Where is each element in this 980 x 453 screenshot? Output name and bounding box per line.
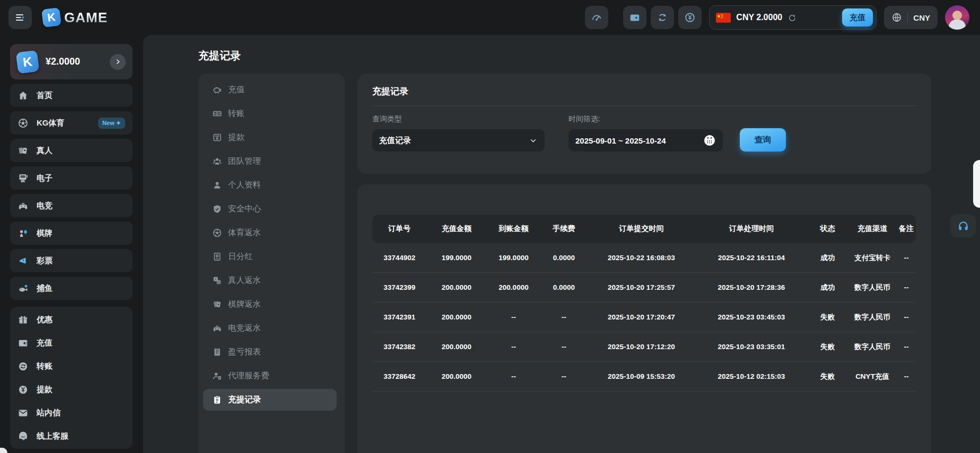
panels: 充提记录 查询类型 充值记录	[357, 74, 931, 453]
nav-item-label: 彩票	[37, 256, 52, 266]
table-cell: 200.0000	[427, 283, 487, 291]
sidebar-item-slot[interactable]: 电子	[10, 166, 133, 190]
table-cell: 2025-10-12 02:15:03	[696, 372, 807, 380]
transfer-icon	[657, 12, 668, 23]
deposit-quick-button[interactable]	[623, 6, 646, 29]
withdraw-icon	[18, 384, 29, 395]
sidebar-item-esports[interactable]: 电竞	[10, 194, 133, 217]
subnav-item-dice[interactable]: 真人返水	[203, 270, 337, 291]
subnav-item-dividend[interactable]: 日分红	[203, 246, 337, 268]
table-cell: 199.0000	[486, 254, 541, 262]
nav-item-label: 棋牌	[37, 228, 52, 238]
support-fab-button[interactable]	[950, 214, 976, 237]
subnav-item-piggy-bank[interactable]: 充值	[203, 79, 337, 101]
nav-item-label: 优惠	[37, 315, 52, 325]
clipboard-icon	[212, 395, 222, 405]
filter-fields: 查询类型 充值记录 时间筛选: 2025-09-01 ~ 2	[372, 114, 916, 152]
filter-card: 充提记录 查询类型 充值记录	[357, 74, 931, 174]
sidebar-item-gift[interactable]: 优惠	[10, 308, 133, 331]
subnav-item-cards[interactable]: 棋牌返水	[203, 294, 337, 315]
kgame-logo[interactable]: K GAME	[42, 8, 108, 26]
subnav-item-esports[interactable]: 电竞返水	[203, 317, 337, 339]
gift-icon	[18, 314, 29, 325]
query-type-select[interactable]: 充值记录	[372, 129, 545, 152]
nav-item-label: 线上客服	[37, 431, 68, 441]
sidebar-balance-card[interactable]: K ¥2.0000	[10, 44, 133, 79]
currency-label: CNY	[913, 13, 930, 22]
sidebar-item-transfer[interactable]: 转账	[10, 354, 133, 378]
drawer-handle[interactable]	[973, 160, 980, 208]
balance-expand-button[interactable]	[110, 54, 126, 70]
piggy-bank-icon	[212, 85, 222, 95]
subnav-item-shield-check[interactable]: 安全中心	[203, 198, 337, 220]
table-cell: 数字人民币	[848, 313, 897, 322]
date-range-input[interactable]: 2025-09-01 ~ 2025-10-24	[568, 129, 723, 152]
content-row: 充值转账提款团队管理个人资料安全中心体育返水日分红真人返水棋牌返水电竞返水盈亏报…	[198, 74, 980, 453]
calendar-icon	[703, 134, 716, 147]
table-cell: 成功	[807, 283, 848, 292]
subnav-item-label: 代理服务费	[228, 370, 269, 381]
table-cell: 2025-10-23 03:45:03	[696, 313, 807, 321]
table-row: 33728642200.0000----2025-10-09 15:53:202…	[372, 362, 916, 392]
table-cell: 2025-10-22 16:08:03	[587, 254, 696, 262]
subnav-item-banknote[interactable]: 转账	[203, 103, 337, 125]
logo-k-icon: K	[16, 50, 40, 74]
subnav-item-agent-fee[interactable]: 代理服务费	[203, 365, 337, 387]
soccer-icon	[18, 118, 29, 129]
support-icon	[18, 431, 29, 442]
sidebar-item-chess[interactable]: 棋牌	[10, 221, 133, 245]
subnav-item-soccer[interactable]: 体育返水	[203, 222, 337, 244]
dice-icon	[212, 276, 222, 286]
currency-selector[interactable]: CNY	[884, 6, 938, 29]
sidebar: K ¥2.0000 首页KG体育New ✦真人电子电竞棋牌彩票捕鱼 优惠充值转账…	[0, 35, 143, 453]
subnav-item-person[interactable]: 个人资料	[203, 174, 337, 196]
transfer-quick-button[interactable]	[651, 6, 674, 29]
subnav-item-atm[interactable]: 提款	[203, 127, 337, 148]
table-cell: --	[897, 372, 916, 380]
table-cell: --	[541, 372, 587, 380]
sidebar-item-live-cards[interactable]: 真人	[10, 139, 133, 162]
column-header: 充值渠道	[848, 224, 897, 234]
logo-text: GAME	[64, 10, 108, 26]
sidebar-item-soccer[interactable]: KG体育New ✦	[10, 111, 133, 135]
app-screen: K GAME	[0, 0, 980, 453]
time-filter-field: 时间筛选: 2025-09-01 ~ 2025-10-24	[568, 114, 723, 152]
esports-icon	[212, 323, 222, 333]
logo-k-icon: K	[41, 7, 62, 28]
table-cell: --	[541, 343, 587, 351]
table-cell: 200.0000	[427, 313, 487, 321]
subnav-item-report[interactable]: 盈亏报表	[203, 341, 337, 363]
table-cell: 2025-10-09 15:53:20	[587, 372, 696, 380]
date-range-value: 2025-09-01 ~ 2025-10-24	[575, 136, 666, 145]
deposit-button[interactable]: 充值	[842, 8, 873, 26]
refresh-balance-icon[interactable]	[788, 13, 797, 22]
slot-icon	[18, 173, 29, 184]
balance-pill[interactable]: CNY 2.0000 充值	[709, 5, 877, 30]
nav-item-label: KG体育	[37, 118, 65, 128]
sidebar-item-lottery-ticket[interactable]: 彩票	[10, 249, 133, 272]
mail-icon	[18, 407, 29, 419]
sidebar-item-withdraw[interactable]: 提款	[10, 378, 133, 401]
subnav-item-label: 提款	[228, 132, 244, 143]
sidebar-item-mail[interactable]: 站内信	[10, 401, 133, 424]
records-table-card: 订单号充值金额到账金额手续费订单提交时间订单处理时间状态充值渠道备注 33744…	[357, 184, 931, 453]
sidebar-item-home[interactable]: 首页	[10, 84, 133, 107]
table-cell: 支付宝转卡	[848, 253, 897, 263]
new-badge: New ✦	[98, 118, 125, 129]
column-header: 到账金额	[486, 224, 541, 234]
table-cell: 33742391	[372, 313, 427, 321]
subnav-item-team[interactable]: 团队管理	[203, 150, 337, 172]
speed-gauge-button[interactable]	[585, 6, 608, 29]
table-row: 33742391200.0000----2025-10-20 17:20:472…	[372, 303, 916, 332]
sidebar-item-support[interactable]: 线上客服	[10, 424, 133, 448]
sidebar-toggle-button[interactable]	[8, 6, 32, 29]
sidebar-item-wallet[interactable]: 充值	[10, 331, 133, 354]
sidebar-item-fish[interactable]: 捕鱼	[10, 277, 133, 300]
avatar[interactable]	[945, 5, 969, 30]
subnav-item-clipboard-active[interactable]: 充提记录	[203, 389, 337, 411]
search-button[interactable]: 查询	[740, 128, 786, 152]
lottery-ticket-icon	[18, 255, 29, 267]
speed-gauge-icon	[591, 12, 602, 23]
withdraw-quick-button[interactable]	[678, 6, 702, 29]
table-cell: 33728642	[372, 372, 427, 380]
